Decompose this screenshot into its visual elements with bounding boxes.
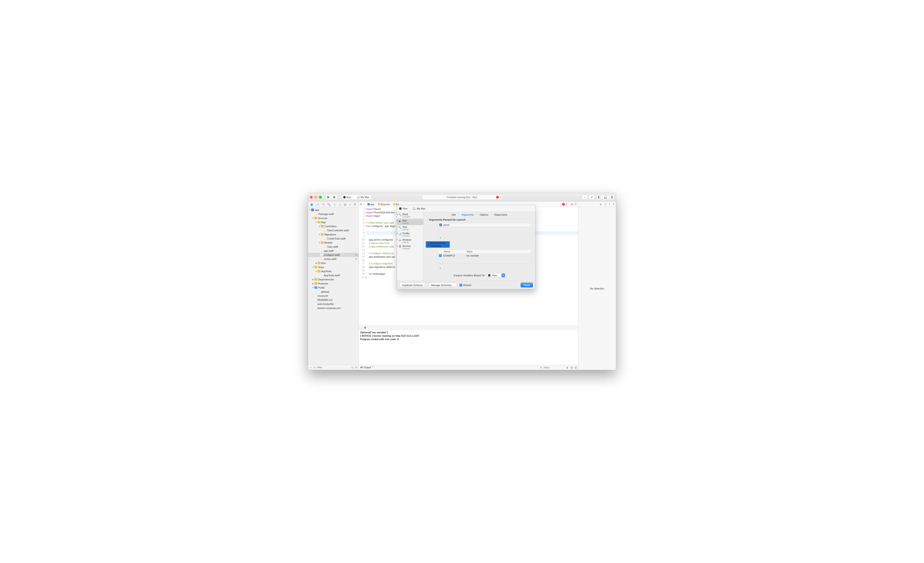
project-tree[interactable]: ▼app Package.swift ▼Sources ▼App ▼Contro… bbox=[308, 207, 358, 365]
env-row[interactable]: ✓ EXAMPLE my variable bbox=[438, 253, 531, 258]
add-editor-button[interactable]: ＋ bbox=[582, 195, 588, 200]
tree-item[interactable]: docker-compose.yml bbox=[308, 306, 358, 310]
add-env-icon[interactable]: ＋ bbox=[439, 267, 441, 270]
add-argument-icon[interactable]: ＋ bbox=[439, 236, 441, 240]
test-tab-icon[interactable]: ◇ bbox=[339, 203, 341, 206]
trash-icon[interactable]: 🗑 bbox=[566, 366, 568, 369]
phase-archive[interactable]: ▶🗄ArchiveRelease bbox=[397, 244, 423, 250]
console-output[interactable]: Optional("my variable")[ NOTICE ] Server… bbox=[359, 330, 578, 365]
filter-scope-icon[interactable]: ⊙ bbox=[313, 366, 315, 369]
scm-filter-icon[interactable]: ☒ bbox=[355, 366, 357, 369]
find-tab-icon[interactable]: 🔍 bbox=[327, 203, 331, 206]
issue-tab-icon[interactable]: ⚠ bbox=[333, 203, 336, 206]
tree-item[interactable]: ▼Controllers bbox=[308, 224, 358, 228]
editor-layout-icon[interactable]: ▤ bbox=[571, 203, 573, 206]
tree-item[interactable]: ▼Tests bbox=[308, 265, 358, 269]
tree-item-selected[interactable]: configure.swiftM bbox=[308, 253, 358, 257]
clock-icon[interactable]: ◷ bbox=[351, 366, 354, 369]
phase-run[interactable]: ▶▶RunDebug bbox=[397, 219, 423, 225]
debug-tab-icon[interactable]: ▤ bbox=[344, 203, 346, 206]
tree-root[interactable]: ▼app bbox=[308, 208, 358, 212]
tree-item[interactable]: TodoController.swift bbox=[308, 228, 358, 232]
attributes-inspector-icon[interactable]: ✦ bbox=[612, 203, 615, 206]
history-inspector-icon[interactable]: ◷ bbox=[604, 203, 607, 206]
tree-item[interactable]: cloud.yml bbox=[308, 294, 358, 298]
tree-item[interactable]: routes.swiftM bbox=[308, 257, 358, 261]
toggle-debug-button[interactable] bbox=[602, 195, 608, 200]
tree-item[interactable]: ▼Models bbox=[308, 241, 358, 245]
tree-item[interactable]: ▶Products bbox=[308, 282, 358, 286]
file-inspector-icon[interactable]: 🗎 bbox=[600, 203, 602, 206]
jumpbar-segment[interactable]: Sources bbox=[378, 203, 390, 206]
run-button[interactable] bbox=[326, 195, 331, 200]
stop-button[interactable] bbox=[331, 195, 337, 200]
duplicate-scheme-button[interactable]: Duplicate Scheme bbox=[399, 283, 425, 287]
breakpoint-tab-icon[interactable]: ⎊ bbox=[349, 203, 351, 206]
back-icon[interactable]: ‹ bbox=[363, 203, 364, 206]
add-icon[interactable]: ＋ bbox=[309, 366, 312, 369]
tree-item[interactable]: AppTests.swift bbox=[308, 273, 358, 277]
phase-analyze[interactable]: ▶🗂AnalyzeDebug bbox=[397, 238, 423, 244]
toggle-inspector-button[interactable] bbox=[608, 195, 614, 200]
toggle-navigator-button[interactable] bbox=[596, 195, 602, 200]
phase-profile[interactable]: ▶📊ProfileRelease bbox=[397, 231, 423, 238]
zoom-window-icon[interactable] bbox=[319, 196, 322, 199]
tree-item[interactable]: README.md bbox=[308, 298, 358, 302]
shared-checkbox-label[interactable]: ✓ Shared bbox=[459, 284, 471, 286]
issue-indicator[interactable]: ! 1 bbox=[496, 196, 501, 199]
tree-item[interactable]: ▼Sources bbox=[308, 216, 358, 220]
symbol-tab-icon[interactable]: ☷ bbox=[322, 203, 324, 206]
console-filter-input[interactable] bbox=[544, 366, 564, 369]
folder-icon bbox=[378, 203, 380, 205]
editor-options-icon[interactable]: ☰ bbox=[574, 203, 577, 206]
tree-item[interactable]: ▼App bbox=[308, 220, 358, 224]
console-toggle-icon[interactable]: ⌄ bbox=[360, 326, 362, 329]
tab-info[interactable]: Info bbox=[452, 213, 456, 216]
tree-item[interactable]: ▼Public bbox=[308, 286, 358, 290]
jumpbar-segment[interactable]: app bbox=[368, 203, 374, 206]
tree-label: Run bbox=[321, 262, 326, 265]
tree-item[interactable]: .gitkeep bbox=[308, 290, 358, 294]
project-navigator-tab-icon[interactable]: ▦ bbox=[310, 203, 313, 206]
close-window-icon[interactable] bbox=[310, 196, 313, 199]
env-section-header[interactable]: ▼Environment Variables bbox=[426, 241, 450, 248]
library-button[interactable]: ⇄ bbox=[589, 195, 594, 200]
navigator-filter-input[interactable] bbox=[317, 366, 350, 369]
remove-argument-icon[interactable]: － bbox=[444, 236, 446, 240]
tree-item[interactable]: web.Dockerfile bbox=[308, 302, 358, 306]
source-control-tab-icon[interactable]: ⎇ bbox=[316, 203, 319, 206]
argument-checkbox[interactable]: ✓ bbox=[439, 223, 442, 226]
tree-item[interactable]: ▶Run bbox=[308, 261, 358, 265]
prev-issue-icon[interactable]: ‹ bbox=[560, 203, 561, 206]
tree-item[interactable]: ▼AppTests bbox=[308, 269, 358, 273]
scheme-selector[interactable]: Run 〉 My Mac bbox=[341, 195, 372, 200]
show-console-icon[interactable]: ▥ bbox=[574, 366, 577, 369]
related-items-icon[interactable]: ⊞ bbox=[360, 203, 362, 206]
tab-options[interactable]: Options bbox=[480, 213, 488, 216]
manage-schemes-button[interactable]: Manage Schemes… bbox=[428, 283, 457, 287]
tree-item[interactable]: ▶Dependencies bbox=[308, 277, 358, 282]
tree-item[interactable]: app.swift bbox=[308, 249, 358, 253]
argument-value: serve bbox=[443, 223, 450, 226]
breakpoint-toggle-icon[interactable]: ⬣ bbox=[364, 326, 366, 329]
argument-row[interactable]: ✓ serve bbox=[438, 223, 532, 227]
tab-arguments[interactable]: Arguments bbox=[462, 213, 474, 216]
phase-build[interactable]: ▶🔨Build2 targets bbox=[397, 212, 423, 219]
forward-icon[interactable]: › bbox=[364, 203, 365, 206]
tab-diagnostics[interactable]: Diagnostics bbox=[494, 213, 507, 216]
remove-env-icon[interactable]: － bbox=[444, 267, 446, 270]
next-issue-icon[interactable]: › bbox=[568, 203, 570, 206]
report-tab-icon[interactable]: ☰ bbox=[354, 203, 356, 206]
env-checkbox[interactable]: ✓ bbox=[439, 254, 442, 257]
tree-item[interactable]: Todo.swift bbox=[308, 245, 358, 249]
shared-checkbox[interactable]: ✓ bbox=[459, 284, 462, 286]
phase-test[interactable]: ▶🔧TestDebug bbox=[397, 225, 423, 231]
show-vars-icon[interactable]: ▥ bbox=[570, 366, 573, 369]
tree-item[interactable]: Package.swift bbox=[308, 212, 358, 216]
tree-item[interactable]: CreateTodo.swift bbox=[308, 237, 358, 241]
tree-item[interactable]: ▼Migrations bbox=[308, 232, 358, 237]
close-button[interactable]: Close bbox=[520, 283, 533, 287]
help-inspector-icon[interactable]: ? bbox=[609, 203, 610, 206]
minimize-window-icon[interactable] bbox=[315, 196, 317, 199]
console-output-menu[interactable]: All Output ⌃ bbox=[360, 366, 374, 369]
